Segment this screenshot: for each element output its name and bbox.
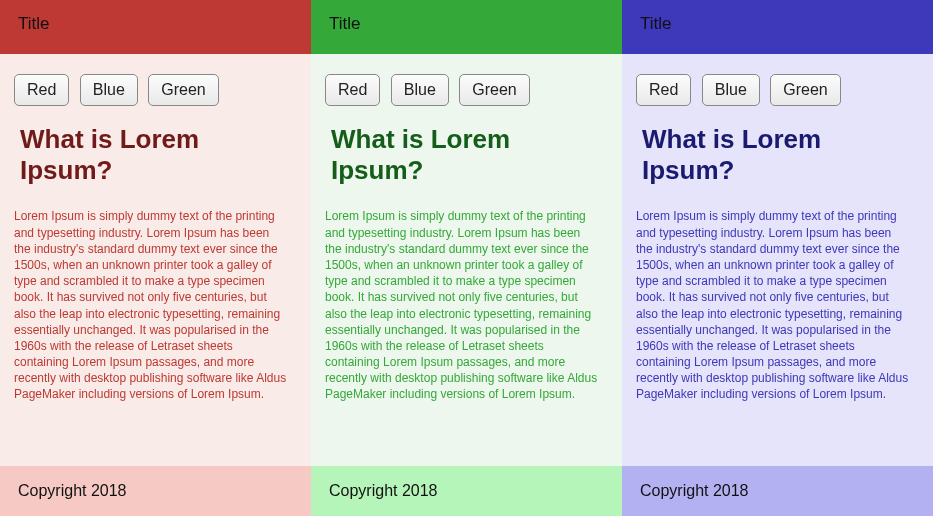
footer: Copyright 2018 xyxy=(622,466,933,516)
header: Title xyxy=(622,0,933,54)
article-heading: What is Lorem Ipsum? xyxy=(642,124,919,186)
blue-button[interactable]: Blue xyxy=(80,74,138,106)
theme-buttons: Red Blue Green xyxy=(636,74,919,106)
body: Red Blue Green What is Lorem Ipsum? Lore… xyxy=(0,54,311,466)
blue-button[interactable]: Blue xyxy=(702,74,760,106)
red-button[interactable]: Red xyxy=(14,74,69,106)
footer: Copyright 2018 xyxy=(311,466,622,516)
green-button[interactable]: Green xyxy=(770,74,840,106)
article-body: Lorem Ipsum is simply dummy text of the … xyxy=(14,208,297,402)
article-heading: What is Lorem Ipsum? xyxy=(331,124,608,186)
header-title: Title xyxy=(18,14,50,33)
footer-text: Copyright 2018 xyxy=(329,482,438,499)
header-title: Title xyxy=(329,14,361,33)
footer: Copyright 2018 xyxy=(0,466,311,516)
footer-text: Copyright 2018 xyxy=(640,482,749,499)
theme-buttons: Red Blue Green xyxy=(325,74,608,106)
article-body: Lorem Ipsum is simply dummy text of the … xyxy=(636,208,919,402)
header: Title xyxy=(311,0,622,54)
red-button[interactable]: Red xyxy=(636,74,691,106)
footer-text: Copyright 2018 xyxy=(18,482,127,499)
column-green: Title Red Blue Green What is Lorem Ipsum… xyxy=(311,0,622,516)
body: Red Blue Green What is Lorem Ipsum? Lore… xyxy=(311,54,622,466)
column-red: Title Red Blue Green What is Lorem Ipsum… xyxy=(0,0,311,516)
article-heading: What is Lorem Ipsum? xyxy=(20,124,297,186)
theme-buttons: Red Blue Green xyxy=(14,74,297,106)
article-body: Lorem Ipsum is simply dummy text of the … xyxy=(325,208,608,402)
header: Title xyxy=(0,0,311,54)
blue-button[interactable]: Blue xyxy=(391,74,449,106)
red-button[interactable]: Red xyxy=(325,74,380,106)
green-button[interactable]: Green xyxy=(459,74,529,106)
header-title: Title xyxy=(640,14,672,33)
body: Red Blue Green What is Lorem Ipsum? Lore… xyxy=(622,54,933,466)
column-blue: Title Red Blue Green What is Lorem Ipsum… xyxy=(622,0,933,516)
green-button[interactable]: Green xyxy=(148,74,218,106)
